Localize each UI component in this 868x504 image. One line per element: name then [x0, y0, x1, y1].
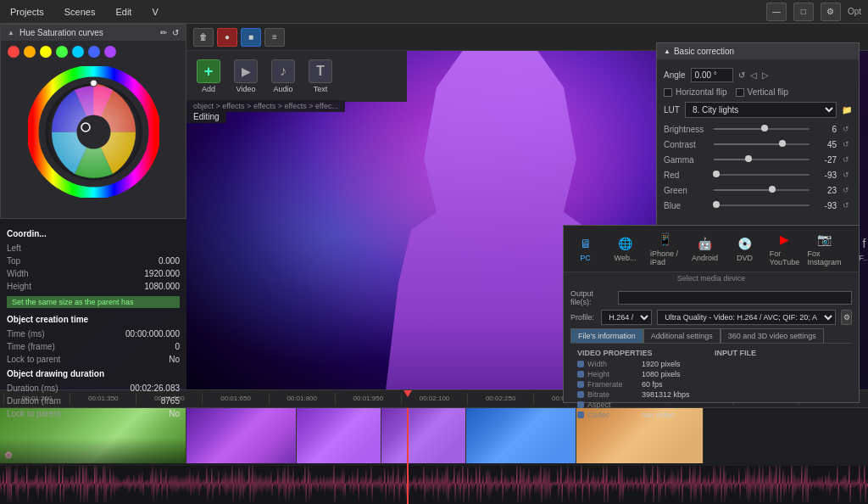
red-reset[interactable]: ↺: [840, 169, 852, 181]
device-tab-extra[interactable]: f F...: [849, 235, 868, 262]
color-dot-red[interactable]: [8, 46, 19, 58]
horizontal-flip-checkbox[interactable]: [664, 88, 672, 97]
contrast-reset[interactable]: ↺: [840, 138, 852, 150]
mark-2250: 00:02:250: [467, 393, 533, 405]
vertical-flip-label[interactable]: Vertical flip: [736, 87, 788, 97]
angle-prev-icon[interactable]: ◁: [750, 70, 757, 80]
set-size-button[interactable]: Set the same size as the parent has: [7, 296, 180, 308]
output-input[interactable]: [618, 291, 852, 305]
framerate-row: Framerate 60 fps: [577, 379, 708, 389]
menu-projects[interactable]: Projects: [7, 5, 47, 19]
height-label: Height: [587, 370, 638, 378]
time-ms-row: Time (ms) 00:00:000.000: [7, 328, 180, 340]
color-dot-cyan[interactable]: [72, 46, 84, 58]
angle-reset-icon[interactable]: ↺: [738, 70, 745, 80]
video-3d-tab[interactable]: 360 and 3D video settings: [721, 328, 824, 343]
settings2-button[interactable]: ≡: [264, 28, 285, 47]
color-wheel[interactable]: [28, 66, 159, 198]
time-ms-label: Time (ms): [7, 329, 45, 339]
red-slider[interactable]: [714, 174, 810, 176]
time-frame-value: 0: [175, 342, 180, 351]
dvd-label: DVD: [737, 254, 753, 262]
flip-row: Horizontal flip Vertical flip: [664, 86, 852, 98]
menu-edit[interactable]: Edit: [112, 5, 135, 19]
vertical-flip-checkbox[interactable]: [736, 88, 744, 97]
color-dot-blue[interactable]: [88, 46, 100, 58]
angle-next-icon[interactable]: ▷: [762, 70, 769, 80]
hue-saturation-panel: Hue Saturation curves ✏ ↺: [0, 24, 186, 219]
lock-parent-label1: Lock to parent: [7, 355, 60, 364]
audio-track[interactable]: // Draw waveform const svg = document.cu…: [0, 466, 868, 504]
device-tab-pc[interactable]: 🖥 PC: [570, 235, 600, 262]
brightness-slider[interactable]: [714, 128, 810, 130]
lock-parent-value1: No: [169, 355, 180, 364]
menu-v[interactable]: V: [148, 5, 161, 19]
input-file-col: INPUT FILE: [715, 349, 845, 420]
device-tab-android[interactable]: 🤖 Android: [690, 235, 720, 262]
color-dot-purple[interactable]: [104, 46, 116, 58]
audio-button[interactable]: Audio: [268, 59, 298, 93]
record-button[interactable]: ●: [217, 28, 237, 47]
color-dot-orange[interactable]: [24, 46, 36, 58]
additional-settings-tab[interactable]: Additional settings: [643, 328, 721, 343]
gamma-slider[interactable]: [714, 159, 810, 160]
device-tab-instagram[interactable]: 📷 Fox Instagram: [810, 231, 839, 266]
gamma-label: Gamma: [664, 155, 710, 165]
text-button[interactable]: Text: [305, 59, 336, 93]
video-label: Video: [236, 85, 256, 93]
bitrate-label: Bitrate: [587, 390, 638, 399]
contrast-slider[interactable]: [714, 143, 810, 145]
reset-icon[interactable]: ↺: [172, 28, 179, 37]
red-label: Red: [664, 171, 710, 180]
green-slider[interactable]: [714, 189, 810, 191]
aspect-label: Aspect: [587, 400, 638, 409]
device-tab-dvd[interactable]: 💿 DVD: [730, 235, 760, 262]
bitrate-value: 3981312 kbps: [642, 390, 690, 399]
add-icon: [197, 59, 220, 83]
duration-frame-label: Duration (fram: [7, 396, 61, 406]
pen-icon[interactable]: ✏: [160, 28, 167, 37]
framerate-dot: [577, 381, 584, 388]
menu-scenes[interactable]: Scenes: [61, 5, 99, 19]
quality-select[interactable]: Ultra Quality - Video: H.264 / AVC; QIF:…: [657, 310, 836, 325]
svg-point-5: [90, 80, 97, 87]
device-tab-web[interactable]: 🌐 Web...: [610, 235, 640, 262]
settings-button[interactable]: ⚙: [821, 3, 841, 21]
profile-settings-button[interactable]: ⚙: [841, 310, 852, 325]
fullscreen-button[interactable]: □: [793, 3, 814, 21]
prop-height-label: Height: [7, 282, 31, 291]
profile-select[interactable]: H.264 / AVC: [601, 310, 652, 325]
blue-slider[interactable]: [714, 204, 810, 206]
files-info-tab[interactable]: File's information: [570, 328, 643, 343]
lut-folder-icon[interactable]: 📁: [842, 105, 852, 115]
color-wheel-container[interactable]: [1, 63, 186, 201]
green-reset[interactable]: ↺: [840, 184, 852, 196]
select-media-label: Select media device: [564, 272, 859, 284]
horizontal-flip-label[interactable]: Horizontal flip: [664, 87, 727, 97]
bc-content: Angle ↺ ◁ ▷ Horizontal flip Vertical fli…: [657, 59, 859, 218]
angle-row: Angle ↺ ◁ ▷: [664, 64, 852, 86]
device-tab-iphone[interactable]: 📱 iPhone / iPad: [650, 231, 680, 266]
green-value: 23: [813, 186, 837, 195]
undo-button[interactable]: 🗑: [193, 28, 214, 47]
minimize-button[interactable]: —: [766, 3, 787, 21]
time-frame-row: Time (frame) 0: [7, 340, 180, 353]
blue-reset[interactable]: ↺: [840, 199, 852, 211]
gamma-reset[interactable]: ↺: [840, 154, 852, 165]
vertical-flip-text: Vertical flip: [748, 87, 788, 97]
video-button[interactable]: Video: [231, 59, 261, 93]
color-dot-yellow[interactable]: [40, 46, 52, 58]
color-dot-green[interactable]: [56, 46, 68, 58]
video-thumb-5: [466, 408, 576, 463]
device-tab-youtube[interactable]: ▶ For YouTube: [770, 231, 799, 266]
width-row: Width 1920 pixels: [577, 359, 708, 369]
lut-select[interactable]: 8. City lights: [685, 102, 837, 118]
iphone-label: iPhone / iPad: [650, 249, 680, 266]
color-button[interactable]: ■: [241, 28, 261, 47]
angle-input[interactable]: [691, 68, 733, 82]
add-object-button[interactable]: Add: [193, 59, 224, 93]
options-label: Opt: [848, 7, 861, 16]
green-row: Green 23 ↺: [664, 182, 852, 198]
brightness-reset[interactable]: ↺: [840, 123, 852, 135]
pc-label: PC: [580, 254, 591, 262]
